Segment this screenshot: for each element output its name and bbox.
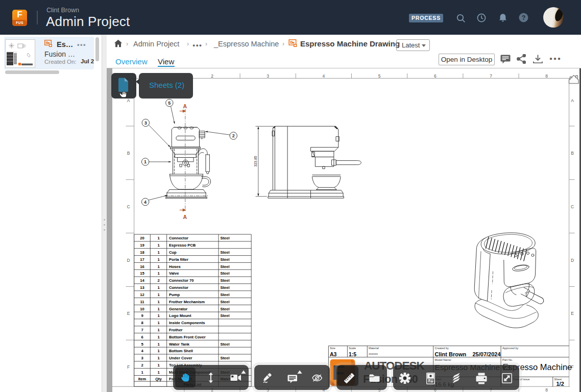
svg-text:8: 8 [141, 321, 143, 325]
svg-text:Steel: Steel [221, 307, 230, 311]
svg-text:A: A [127, 98, 130, 103]
svg-text:18: 18 [140, 250, 144, 255]
svg-text:1: 1 [157, 300, 160, 304]
svg-text:3: 3 [144, 120, 147, 126]
svg-text:B: B [127, 151, 130, 156]
svg-text:Material: Material [369, 347, 379, 350]
svg-text:Hoses: Hoses [169, 264, 181, 269]
svg-text:4: 4 [144, 200, 147, 205]
svg-text:1: 1 [157, 250, 160, 255]
svg-text:9: 9 [141, 313, 143, 318]
svg-text:14: 14 [140, 278, 144, 283]
svg-text:Model Name:: Model Name: [435, 358, 452, 361]
svg-text:Steel: Steel [221, 285, 230, 290]
svg-text:1: 1 [157, 243, 160, 248]
svg-text:Qty: Qty [155, 377, 162, 381]
svg-text:2: 2 [141, 363, 143, 368]
svg-text:?: ? [522, 14, 526, 21]
svg-text:Scale: Scale [349, 347, 356, 350]
svg-text:D: D [127, 258, 130, 263]
svg-text:Steel: Steel [221, 356, 230, 360]
svg-text:Clint Brown: Clint Brown [435, 351, 467, 357]
svg-text:6: 6 [434, 74, 437, 79]
svg-text:1: 1 [157, 342, 160, 347]
svg-text:1: 1 [157, 356, 160, 360]
svg-text:Approved by: Approved by [502, 347, 519, 350]
svg-text:5: 5 [141, 342, 143, 347]
svg-text:Steel: Steel [221, 236, 230, 240]
svg-text:C: C [127, 204, 130, 209]
svg-text:1: 1 [157, 363, 160, 368]
svg-text:1: 1 [157, 335, 160, 339]
svg-text:Pump: Pump [169, 292, 180, 297]
svg-text:Steel: Steel [221, 300, 230, 304]
svg-text:1: 1 [157, 370, 160, 375]
svg-text:17: 17 [140, 257, 144, 262]
svg-text:Steel: Steel [221, 342, 230, 347]
svg-text:6: 6 [141, 335, 143, 339]
svg-text:Espresso PCB: Espresso PCB [169, 243, 196, 248]
svg-text:1: 1 [141, 370, 143, 375]
svg-text:Logo Mount: Logo Mount [169, 313, 191, 318]
svg-text:Frother Mechanism: Frother Mechanism [169, 300, 205, 304]
svg-text:1: 1 [157, 349, 160, 353]
svg-text:Steel: Steel [221, 313, 230, 318]
svg-text:4: 4 [141, 349, 143, 353]
svg-text:1: 1 [157, 307, 160, 311]
svg-text:Valve: Valve [169, 271, 179, 276]
svg-text:1:5: 1:5 [349, 351, 356, 357]
svg-text:11: 11 [140, 300, 144, 304]
svg-text:Created by: Created by [435, 347, 449, 350]
svg-text:A: A [571, 98, 574, 103]
svg-text:Part No.: Part No. [502, 358, 513, 361]
svg-text:1: 1 [157, 264, 160, 269]
svg-text:5: 5 [378, 74, 381, 79]
svg-text:1: 1 [157, 328, 160, 332]
svg-text:12: 12 [140, 292, 144, 297]
svg-text:4: 4 [323, 74, 325, 79]
svg-text:20: 20 [140, 236, 144, 240]
svg-text:5: 5 [168, 101, 171, 106]
svg-text:3: 3 [141, 356, 143, 360]
svg-text:Item: Item [138, 377, 147, 381]
svg-text:Steel: Steel [221, 292, 230, 297]
svg-text:1: 1 [157, 285, 160, 290]
svg-text:Water Tank: Water Tank [169, 342, 190, 347]
svg-text:Steel: Steel [221, 264, 230, 269]
svg-text:2: 2 [232, 133, 235, 138]
svg-text:A: A [183, 214, 187, 220]
svg-text:C: C [571, 204, 574, 209]
svg-text:1: 1 [157, 257, 160, 262]
svg-text:13: 13 [140, 285, 144, 290]
svg-text:------: ------ [369, 351, 378, 356]
svg-text:A: A [183, 103, 187, 109]
svg-text:Connector: Connector [169, 285, 188, 290]
svg-text:Steel: Steel [221, 250, 230, 255]
svg-text:8: 8 [545, 74, 548, 79]
svg-text:Connector: Connector [169, 236, 188, 240]
svg-text:7: 7 [141, 328, 143, 332]
svg-text:Size: Size [330, 347, 335, 350]
svg-text:D: D [571, 258, 574, 263]
svg-text:Inside Components: Inside Components [169, 321, 205, 325]
svg-text:1: 1 [144, 159, 147, 164]
svg-text:7: 7 [490, 74, 492, 79]
svg-text:2: 2 [211, 74, 213, 79]
svg-text:2: 2 [157, 278, 159, 283]
svg-text:1: 1 [157, 271, 160, 276]
svg-text:Bottom Shell: Bottom Shell [169, 349, 193, 353]
svg-text:Bottom Front Cover: Bottom Front Cover [169, 335, 206, 339]
svg-text:Connector 70: Connector 70 [169, 278, 194, 283]
svg-text:10: 10 [140, 307, 144, 311]
svg-text:3: 3 [267, 74, 269, 79]
svg-text:1: 1 [157, 313, 160, 318]
svg-text:25/07/2024: 25/07/2024 [473, 351, 501, 357]
svg-text:16: 16 [140, 264, 144, 269]
svg-text:F: F [127, 364, 130, 370]
svg-text:E: E [127, 311, 130, 316]
svg-text:323.85: 323.85 [254, 156, 257, 167]
svg-text:Steel: Steel [221, 278, 230, 283]
svg-text:Steel: Steel [221, 271, 230, 276]
svg-text:Porta filter: Porta filter [169, 257, 188, 262]
svg-text:Steel: Steel [221, 257, 230, 262]
